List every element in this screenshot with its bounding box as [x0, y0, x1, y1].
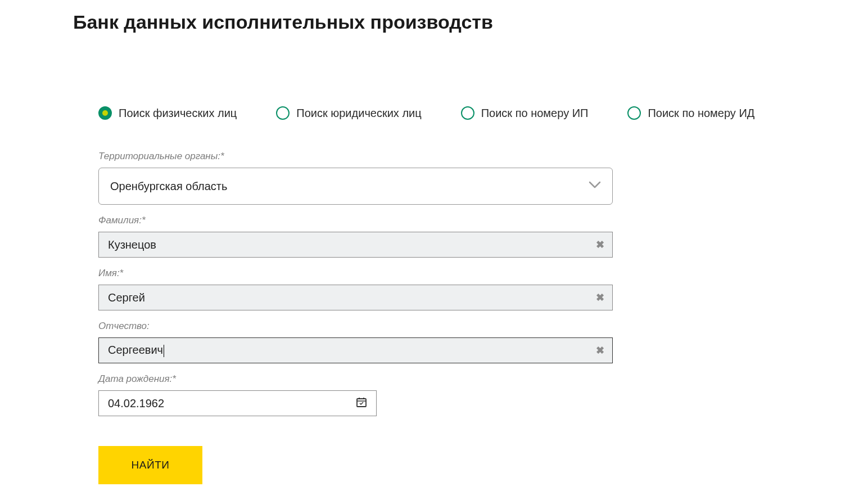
- firstname-input[interactable]: Сергей ✖: [98, 285, 613, 310]
- tab-id-number[interactable]: Поиск по номеру ИД: [627, 106, 754, 120]
- patronymic-input[interactable]: Сергеевич ✖: [98, 337, 613, 363]
- region-value: Оренбургская область: [110, 180, 227, 193]
- radio-selected-icon: [98, 106, 112, 120]
- search-form: Территориальные органы:* Оренбургская об…: [73, 151, 613, 484]
- patronymic-value: Сергеевич: [108, 344, 164, 357]
- chevron-down-icon: [589, 181, 601, 191]
- svg-rect-0: [357, 399, 366, 407]
- tab-label: Поиск по номеру ИД: [648, 107, 754, 120]
- birthdate-label: Дата рождения:*: [98, 373, 377, 385]
- firstname-label: Имя:*: [98, 268, 613, 279]
- tab-individuals[interactable]: Поиск физических лиц: [98, 106, 237, 120]
- tab-label: Поиск физических лиц: [119, 107, 237, 120]
- calendar-icon[interactable]: [356, 397, 367, 410]
- search-type-tabs: Поиск физических лиц Поиск юридических л…: [73, 106, 795, 120]
- tab-label: Поиск юридических лиц: [296, 107, 421, 120]
- region-label: Территориальные органы:*: [98, 151, 613, 162]
- page-title: Банк данных исполнительных производств: [73, 11, 795, 33]
- surname-input[interactable]: Кузнецов ✖: [98, 232, 613, 258]
- radio-unselected-icon: [276, 106, 290, 120]
- birthdate-value: 04.02.1962: [108, 397, 164, 410]
- surname-label: Фамилия:*: [98, 215, 613, 226]
- firstname-value: Сергей: [108, 291, 145, 304]
- clear-icon[interactable]: ✖: [596, 344, 604, 357]
- birthdate-input[interactable]: 04.02.1962: [98, 390, 377, 416]
- radio-unselected-icon: [461, 106, 474, 120]
- surname-value: Кузнецов: [108, 238, 156, 251]
- region-select[interactable]: Оренбургская область: [98, 168, 613, 205]
- patronymic-label: Отчество:: [98, 321, 613, 332]
- tab-legal-entities[interactable]: Поиск юридических лиц: [276, 106, 421, 120]
- clear-icon[interactable]: ✖: [596, 291, 604, 304]
- clear-icon[interactable]: ✖: [596, 238, 604, 251]
- radio-unselected-icon: [627, 106, 641, 120]
- tab-ip-number[interactable]: Поиск по номеру ИП: [461, 106, 589, 120]
- search-button[interactable]: НАЙТИ: [98, 446, 202, 484]
- tab-label: Поиск по номеру ИП: [481, 107, 589, 120]
- text-caret: [164, 345, 164, 357]
